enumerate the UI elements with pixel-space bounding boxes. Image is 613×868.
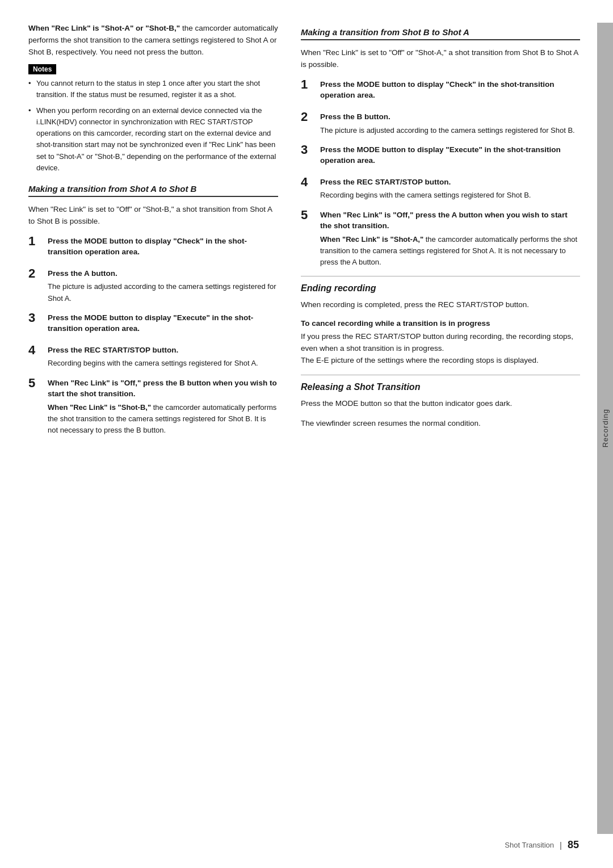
releasing-section: Releasing a Shot Transition Press the MO… [301, 375, 580, 430]
step-5-btoa: 5 When "Rec Link" is "Off," press the A … [301, 209, 580, 269]
note-item-1: You cannot return to the status in step … [28, 78, 278, 100]
step-5-atob: 5 When "Rec Link" is "Off," press the B … [28, 378, 278, 437]
section-b-to-a-heading: Making a transition from Shot B to Shot … [301, 27, 580, 40]
sidebar-tab: Recording [597, 23, 613, 834]
step-4-body: Recording begins with the camera setting… [48, 358, 278, 369]
ending-recording-intro: When recording is completed, press the R… [301, 299, 580, 311]
cancel-body: If you press the REC START/STOP button d… [301, 331, 580, 367]
step-1-number: 1 [28, 234, 44, 248]
step-5-number: 5 [28, 376, 44, 390]
sidebar-tab-label: Recording [601, 409, 610, 447]
step-5-content: When "Rec Link" is "Off," press the B bu… [48, 378, 278, 437]
step-4-content: Press the REC START/STOP button. Recordi… [48, 345, 278, 370]
step-2-btoa: 2 Press the B button. The picture is adj… [301, 111, 580, 136]
step-5-btoa-number: 5 [301, 208, 317, 222]
step-5-btoa-sub-heading: When "Rec Link" is "Shot-A," [320, 235, 423, 244]
step-4-title: Press the REC START/STOP button. [48, 345, 278, 356]
right-column: Making a transition from Shot B to Shot … [295, 23, 597, 834]
step-1-btoa-title: Press the MODE button to display "Check"… [320, 79, 580, 101]
step-2-body: The picture is adjusted according to the… [48, 281, 278, 304]
step-2-btoa-number: 2 [301, 110, 317, 124]
notes-label: Notes [28, 64, 278, 78]
notes-badge: Notes [28, 64, 56, 74]
section-a-to-b-heading: Making a transition from Shot A to Shot … [28, 184, 278, 197]
intro-bold: When "Rec Link" is "Shot-A" or "Shot-B," [28, 24, 180, 32]
step-3-number: 3 [28, 311, 44, 325]
page-container: When "Rec Link" is "Shot-A" or "Shot-B,"… [0, 0, 613, 868]
step-1-atob: 1 Press the MODE button to display "Chec… [28, 236, 278, 260]
intro-paragraph: When "Rec Link" is "Shot-A" or "Shot-B,"… [28, 23, 278, 58]
step-1-content: Press the MODE button to display "Check"… [48, 236, 278, 260]
step-4-btoa-number: 4 [301, 175, 317, 189]
footer-divider: | [560, 840, 562, 850]
step-2-atob: 2 Press the A button. The picture is adj… [28, 268, 278, 304]
left-column: When "Rec Link" is "Shot-A" or "Shot-B,"… [28, 23, 295, 834]
step-1-title: Press the MODE button to display "Check"… [48, 236, 278, 258]
step-4-btoa-body: Recording begins with the camera setting… [320, 190, 580, 201]
notes-list: You cannot return to the status in step … [28, 78, 278, 174]
step-4-btoa-content: Press the REC START/STOP button. Recordi… [320, 177, 580, 202]
step-3-atob: 3 Press the MODE button to display "Exec… [28, 312, 278, 337]
step-4-btoa: 4 Press the REC START/STOP button. Recor… [301, 177, 580, 202]
step-5-btoa-title: When "Rec Link" is "Off," press the A bu… [320, 209, 580, 232]
footer-section-label: Shot Transition [505, 841, 554, 849]
step-4-btoa-title: Press the REC START/STOP button. [320, 177, 580, 188]
step-2-content: Press the A button. The picture is adjus… [48, 268, 278, 304]
step-5-sub: When "Rec Link" is "Shot-B," the camcord… [48, 402, 278, 436]
main-content: When "Rec Link" is "Shot-A" or "Shot-B,"… [0, 23, 613, 834]
step-5-btoa-sub: When "Rec Link" is "Shot-A," the camcord… [320, 234, 580, 268]
step-1-btoa: 1 Press the MODE button to display "Chec… [301, 79, 580, 103]
step-5-title: When "Rec Link" is "Off," press the B bu… [48, 378, 278, 400]
ending-recording-heading: Ending recording [301, 283, 580, 293]
step-3-btoa-title: Press the MODE button to display "Execut… [320, 144, 580, 166]
releasing-body2: The viewfinder screen resumes the normal… [301, 418, 580, 430]
step-1-btoa-content: Press the MODE button to display "Check"… [320, 79, 580, 103]
step-3-btoa: 3 Press the MODE button to display "Exec… [301, 144, 580, 169]
ending-recording-section: Ending recording When recording is compl… [301, 276, 580, 367]
step-5-btoa-content: When "Rec Link" is "Off," press the A bu… [320, 209, 580, 269]
step-3-btoa-content: Press the MODE button to display "Execut… [320, 144, 580, 169]
step-3-content: Press the MODE button to display "Execut… [48, 312, 278, 337]
step-3-title: Press the MODE button to display "Execut… [48, 312, 278, 334]
page-footer: Shot Transition | 85 [505, 839, 579, 851]
step-2-title: Press the A button. [48, 268, 278, 279]
cancel-heading: To cancel recording while a transition i… [301, 319, 580, 328]
step-3-btoa-number: 3 [301, 143, 317, 157]
footer-page-number: 85 [568, 839, 579, 851]
releasing-body1: Press the MODE button so that the button… [301, 398, 580, 410]
step-4-atob: 4 Press the REC START/STOP button. Recor… [28, 345, 278, 370]
section-a-to-b-intro: When "Rec Link" is set to "Off" or "Shot… [28, 204, 278, 228]
releasing-heading: Releasing a Shot Transition [301, 382, 580, 392]
note-item-2: When you perform recording on an externa… [28, 105, 278, 174]
section-b-to-a-intro: When "Rec Link" is set to "Off" or "Shot… [301, 47, 580, 71]
step-4-number: 4 [28, 343, 44, 357]
step-2-btoa-title: Press the B button. [320, 111, 580, 123]
step-2-btoa-body: The picture is adjusted according to the… [320, 125, 580, 136]
step-2-number: 2 [28, 267, 44, 280]
step-2-btoa-content: Press the B button. The picture is adjus… [320, 111, 580, 136]
step-1-btoa-number: 1 [301, 78, 317, 91]
step-5-sub-heading: When "Rec Link" is "Shot-B," [48, 403, 151, 412]
